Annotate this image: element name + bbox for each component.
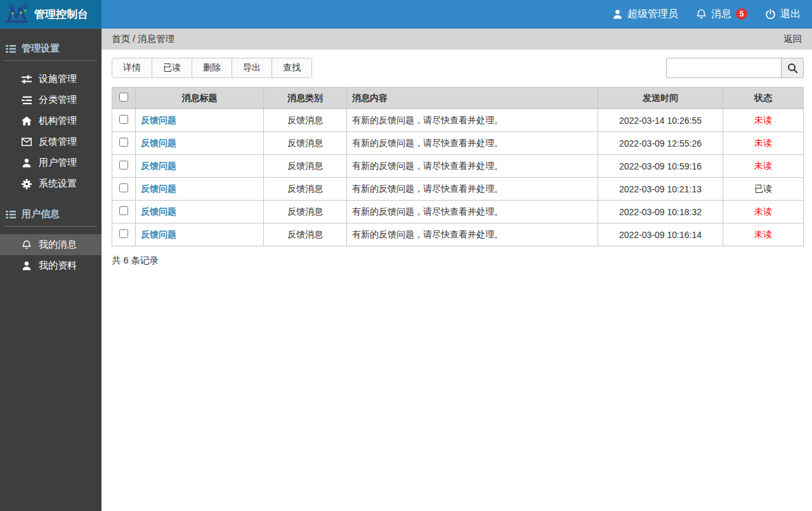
message-title-link[interactable]: 反馈问题 [141, 206, 176, 216]
sidebar-item-my-messages[interactable]: 我的消息 [0, 234, 102, 255]
sidebar-item-label: 系统设置 [39, 178, 77, 190]
section-separator [5, 60, 96, 61]
sidebar-item-label: 机构管理 [39, 115, 77, 127]
messages-button[interactable]: 消息 5 [696, 8, 747, 21]
brand-logo-icon [6, 4, 29, 24]
message-title-cell: 反馈问题 [136, 201, 264, 223]
sliders-icon [22, 75, 32, 84]
detail-button[interactable]: 详情 [112, 58, 152, 77]
home-icon [22, 116, 32, 126]
breadcrumb-bar: 首页 / 消息管理 返回 [102, 29, 812, 50]
message-title-link[interactable]: 反馈问题 [141, 161, 176, 171]
sidebar-item-my-profile[interactable]: 我的资料 [0, 255, 102, 276]
row-checkbox[interactable] [119, 138, 128, 147]
status-badge: 已读 [723, 178, 804, 201]
row-checkbox[interactable] [119, 206, 128, 215]
records-total: 共 6 条记录 [112, 255, 804, 267]
message-content-cell: 有新的反馈问题，请尽快查看并处理。 [347, 109, 598, 132]
row-checkbox[interactable] [119, 229, 128, 238]
topbar-right: 超级管理员 消息 5 退出 [612, 0, 812, 28]
back-link[interactable]: 返回 [783, 33, 802, 45]
current-user-label: 超级管理员 [627, 8, 678, 21]
logout-button[interactable]: 退出 [765, 8, 801, 21]
messages-table: 消息标题 消息类别 消息内容 发送时间 状态 反馈问题 [112, 87, 804, 246]
row-select-cell [112, 109, 136, 132]
table-header-row: 消息标题 消息类别 消息内容 发送时间 状态 [112, 88, 804, 109]
current-user[interactable]: 超级管理员 [612, 8, 678, 21]
section-separator [5, 226, 96, 227]
delete-button[interactable]: 删除 [192, 58, 232, 77]
row-select-cell [112, 132, 136, 155]
select-all-checkbox[interactable] [119, 93, 128, 102]
message-category-cell: 反馈消息 [264, 201, 347, 223]
column-header-time: 发送时间 [598, 88, 723, 109]
status-badge: 未读 [723, 155, 804, 178]
table-row: 反馈问题 反馈消息 有新的反馈问题，请尽快查看并处理。 2022-03-14 1… [112, 109, 804, 132]
brand-title: 管理控制台 [34, 7, 88, 22]
topbar: 管理控制台 超级管理员 消息 5 退出 [0, 0, 812, 29]
sidebar-item-label: 设施管理 [39, 73, 77, 85]
sidebar-item-users[interactable]: 用户管理 [0, 152, 102, 173]
search-button[interactable] [781, 58, 804, 78]
message-content-cell: 有新的反馈问题，请尽快查看并处理。 [347, 155, 598, 178]
message-title-cell: 反馈问题 [136, 132, 264, 155]
row-checkbox[interactable] [119, 115, 128, 124]
message-title-link[interactable]: 反馈问题 [141, 115, 176, 125]
sidebar-item-feedback[interactable]: 反馈管理 [0, 131, 102, 152]
status-badge: 未读 [723, 109, 804, 132]
search-input[interactable] [666, 58, 781, 78]
sidebar-section-admin-title: 管理设置 [0, 39, 102, 60]
sidebar-item-organization[interactable]: 机构管理 [0, 110, 102, 131]
bell-icon [696, 9, 707, 20]
user-icon [612, 9, 623, 20]
message-time-cell: 2022-03-09 12:55:26 [598, 132, 723, 155]
mark-read-button[interactable]: 已读 [152, 58, 192, 77]
message-category-cell: 反馈消息 [264, 178, 347, 201]
user-icon [22, 158, 32, 168]
export-button[interactable]: 导出 [232, 58, 272, 77]
sidebar-section-userinfo-title: 用户信息 [0, 204, 102, 226]
main-area: 首页 / 消息管理 返回 详情 已读 删除 导出 查找 [102, 29, 812, 511]
message-time-cell: 2022-03-09 10:21:13 [598, 178, 723, 201]
message-title-link[interactable]: 反馈问题 [141, 183, 176, 194]
select-all-cell [112, 88, 136, 109]
column-header-category: 消息类别 [264, 88, 347, 109]
sidebar-item-facility[interactable]: 设施管理 [0, 69, 102, 90]
table-body: 反馈问题 反馈消息 有新的反馈问题，请尽快查看并处理。 2022-03-14 1… [112, 109, 804, 246]
message-content-cell: 有新的反馈问题，请尽快查看并处理。 [347, 132, 598, 155]
message-time-cell: 2022-03-09 10:16:14 [598, 223, 723, 246]
search-box [666, 58, 804, 78]
breadcrumb: 首页 / 消息管理 [112, 33, 174, 45]
sidebar: 管理设置 设施管理 分类管理 机构管理 反馈管理 [0, 29, 102, 511]
table-row: 反馈问题 反馈消息 有新的反馈问题，请尽快查看并处理。 2022-03-09 1… [112, 155, 804, 178]
sidebar-item-label: 用户管理 [39, 157, 77, 169]
table-row: 反馈问题 反馈消息 有新的反馈问题，请尽快查看并处理。 2022-03-09 1… [112, 132, 804, 155]
message-category-cell: 反馈消息 [264, 155, 347, 178]
sidebar-item-label: 我的消息 [39, 239, 77, 251]
row-select-cell [112, 178, 136, 201]
message-title-link[interactable]: 反馈问题 [141, 229, 176, 239]
message-title-cell: 反馈问题 [136, 109, 264, 132]
table-row: 反馈问题 反馈消息 有新的反馈问题，请尽快查看并处理。 2022-03-09 1… [112, 178, 804, 201]
content: 详情 已读 删除 导出 查找 [102, 50, 812, 267]
message-title-cell: 反馈问题 [136, 155, 264, 178]
section-title-label: 用户信息 [22, 208, 60, 220]
message-content-cell: 有新的反馈问题，请尽快查看并处理。 [347, 178, 598, 201]
toolbar: 详情 已读 删除 导出 查找 [112, 58, 804, 78]
find-button[interactable]: 查找 [272, 58, 311, 77]
sidebar-item-system[interactable]: 系统设置 [0, 173, 102, 194]
row-checkbox[interactable] [119, 183, 128, 192]
row-select-cell [112, 223, 136, 246]
row-checkbox[interactable] [119, 161, 128, 169]
bell-icon [22, 240, 32, 250]
sidebar-item-label: 我的资料 [39, 260, 77, 272]
message-time-cell: 2022-03-09 10:18:32 [598, 201, 723, 223]
list-menu-icon [6, 210, 16, 219]
message-title-link[interactable]: 反馈问题 [141, 138, 176, 148]
table-row: 反馈问题 反馈消息 有新的反馈问题，请尽快查看并处理。 2022-03-09 1… [112, 201, 804, 223]
messages-badge: 5 [736, 8, 747, 20]
sidebar-item-label: 反馈管理 [39, 136, 77, 148]
sidebar-item-category[interactable]: 分类管理 [0, 90, 102, 110]
status-badge: 未读 [723, 223, 804, 246]
search-icon [787, 63, 798, 74]
